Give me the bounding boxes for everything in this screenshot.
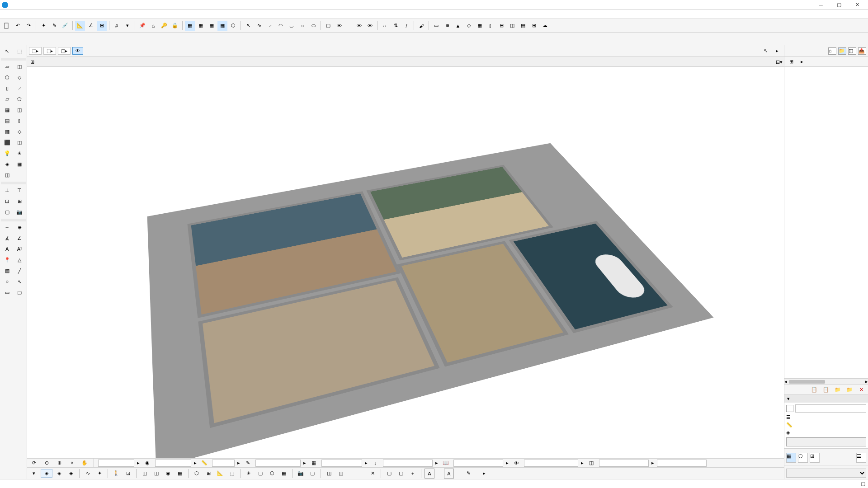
eye-icon[interactable]: 👁 [334,21,344,31]
s12-icon[interactable]: 📐 [215,469,225,479]
b11-icon[interactable]: ☁ [540,21,550,31]
s19-icon[interactable]: ▢ [384,469,394,479]
b1-icon[interactable]: ▭ [431,21,441,31]
def1-icon[interactable]: ▦ [786,453,796,463]
wall-icon[interactable]: ▱ [2,61,13,71]
beam-icon[interactable]: ⟋ [14,83,25,93]
s11-icon[interactable]: ⊞ [203,469,213,479]
dim2-icon[interactable]: ⇅ [391,21,401,31]
stair-icon[interactable]: ▤ [2,116,13,126]
b6-icon[interactable]: ⫿ [486,21,495,31]
nav-act1-icon[interactable]: 📋 [809,385,819,395]
label-icon[interactable]: A¹ [14,244,25,254]
orbit-icon[interactable]: ◉ [142,458,152,468]
eye3-icon[interactable]: 👁 [365,21,375,31]
pen-icon[interactable]: ✎ [243,458,253,468]
s15-icon[interactable]: ▦ [279,469,289,479]
nav-mode-pub-icon[interactable]: 📤 [858,47,866,55]
grid-icon[interactable]: # [112,21,122,31]
snap-icon[interactable]: ⊞ [97,21,107,31]
3d-viewport[interactable] [27,67,784,458]
cam-icon[interactable]: 📷 [14,207,25,217]
draw-icon[interactable]: ▭ [2,287,13,297]
maximize-button[interactable]: ▢ [830,0,848,10]
nav-delete-icon[interactable]: ✕ [856,385,866,395]
nav-act2-icon[interactable]: 📋 [821,385,831,395]
s13-icon[interactable]: ⬚ [227,469,237,479]
menu-help[interactable] [67,14,74,15]
circle-icon[interactable]: ○ [297,21,307,31]
3d-window-button[interactable]: ◈ [41,469,52,478]
chevron-right-icon[interactable]: ▸ [772,46,782,56]
nav-mode-view-icon[interactable]: 📁 [838,47,846,55]
s10-icon[interactable]: ⬡ [192,469,202,479]
pointer-icon[interactable]: ✦ [38,21,48,31]
circle2-icon[interactable]: ○ [2,277,13,286]
measure-icon[interactable]: 📐 [75,21,85,31]
nd-field2[interactable] [155,460,191,467]
zoom-in-icon[interactable]: ⊕ [54,458,64,468]
fill-icon[interactable]: ▨ [2,266,13,276]
b9-icon[interactable]: ▤ [518,21,528,31]
angle-icon[interactable]: ∠ [86,21,96,31]
combo6-field[interactable] [599,460,649,467]
penset-field[interactable] [255,460,301,467]
morph-icon[interactable]: ◇ [14,127,25,136]
render-icon[interactable]: ▢ [255,469,265,479]
work-icon[interactable]: ▢ [2,207,13,217]
b2-icon[interactable]: ≋ [442,21,452,31]
zoom-out-icon[interactable]: ⊖ [42,458,52,468]
hand-icon[interactable]: ✋ [80,458,90,468]
tool-a-icon[interactable]: ▢ [323,21,333,31]
layer-icon[interactable]: ▦ [185,21,195,31]
home-icon[interactable]: ⌂ [148,21,158,31]
navigator-tree[interactable] [784,67,868,378]
s17-icon[interactable]: ◫ [324,469,334,479]
change-icon[interactable]: △ [14,255,25,265]
def2-icon[interactable]: ⬡ [798,453,808,463]
arc2-icon[interactable]: ◠ [276,21,286,31]
nav-b-icon[interactable]: ▸ [797,57,807,67]
combo5-field[interactable] [524,460,578,467]
opening-icon[interactable]: ◫ [2,170,13,180]
A2-icon[interactable]: A [444,469,454,479]
A-icon[interactable]: A [425,469,434,479]
rad-icon[interactable]: ∡ [2,233,13,243]
text-icon[interactable]: A [2,244,13,254]
s2-icon[interactable]: ◈ [66,469,76,479]
nav-a-icon[interactable]: ⊞ [786,57,796,67]
layer5-icon[interactable]: ⬡ [228,21,238,31]
b8-icon[interactable]: ◫ [507,21,517,31]
slab-icon[interactable]: ▱ [2,94,13,104]
b5-icon[interactable]: ▦ [475,21,485,31]
s4-icon[interactable]: ✦ [94,469,104,479]
elev-icon[interactable]: ⊤ [14,185,25,195]
state-icon[interactable]: ◫ [586,458,596,468]
s9-icon[interactable]: ▦ [175,469,185,479]
ang-icon[interactable]: ∠ [14,233,25,243]
key-icon[interactable]: 🔑 [159,21,169,31]
s5-icon[interactable]: ⊡ [123,469,133,479]
menu-file[interactable] [2,14,9,15]
b7-icon[interactable]: ⊟ [496,21,506,31]
menu-document[interactable] [34,14,42,15]
minimize-button[interactable]: ─ [812,0,830,10]
paint-icon[interactable]: 🖌 [416,21,426,31]
s3-icon[interactable]: ∿ [83,469,93,479]
poly-icon[interactable]: ⬠ [2,72,13,82]
b3-icon[interactable]: ▲ [453,21,463,31]
object-icon[interactable]: ⬛ [2,137,13,147]
roof-icon[interactable]: ⬠ [14,94,25,104]
mesh-icon[interactable]: ▦ [2,105,13,115]
line-icon[interactable]: ╱ [14,266,25,276]
fit-icon[interactable]: ⌖ [67,458,77,468]
edit-icon[interactable]: ✎ [49,21,59,31]
grid2-icon[interactable]: ▦ [14,159,25,169]
scale-icon[interactable]: 📏 [199,458,209,468]
layer4-icon[interactable]: ▦ [217,21,227,31]
menu-design[interactable] [26,14,33,15]
s8-icon[interactable]: ◉ [163,469,173,479]
sel-mode4[interactable]: 👁 [72,47,83,55]
sel-mode2[interactable]: ⬚▸ [43,47,56,55]
book-icon[interactable]: 📖 [441,458,451,468]
